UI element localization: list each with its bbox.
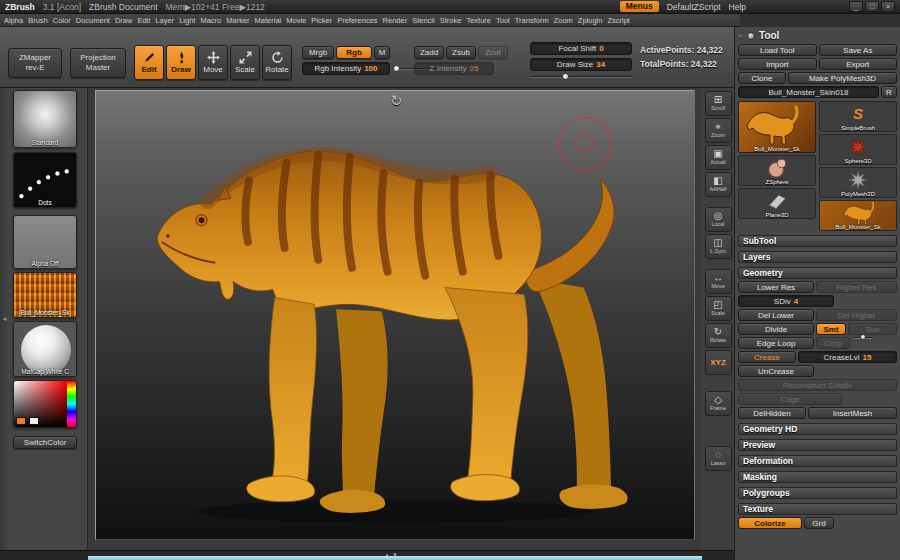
section-polygroups[interactable]: Polygroups	[738, 487, 897, 499]
smt-toggle[interactable]: Smt	[816, 323, 846, 335]
sdiv-slider[interactable]: SDiv4	[738, 295, 834, 307]
section-masking[interactable]: Masking	[738, 471, 897, 483]
menu-movie[interactable]: Movie	[285, 16, 307, 25]
lasso-button[interactable]: ◌ Lasso	[705, 446, 732, 471]
menu-material[interactable]: Material	[254, 16, 283, 25]
local-button[interactable]: ◎ Local	[705, 207, 732, 232]
frame-button[interactable]: ◇ Frame	[705, 391, 732, 416]
clone-button[interactable]: Clone	[738, 72, 786, 84]
focal-shift-slider[interactable]: Focal Shift0	[530, 42, 632, 55]
section-geometry[interactable]: Geometry	[738, 267, 897, 279]
tool-palette-header[interactable]: « Tool	[738, 29, 897, 42]
rgb-button[interactable]: Rgb	[336, 46, 372, 59]
creature-model[interactable]	[138, 141, 653, 537]
lsym-button[interactable]: ◫ L.Sym	[705, 234, 732, 259]
section-texture[interactable]: Texture	[738, 503, 897, 515]
grd-toggle[interactable]: Grd	[804, 517, 834, 529]
edit-mode-button[interactable]: Edit	[134, 45, 164, 80]
scale-mode-button[interactable]: Scale	[230, 45, 260, 80]
uncrease-button[interactable]: UnCrease	[738, 365, 814, 377]
alpha-selector[interactable]: Alpha Off	[13, 215, 77, 269]
rotate-gyro-icon[interactable]: ↻	[390, 92, 403, 110]
move-3d-button[interactable]: ↔ Move	[705, 269, 732, 294]
section-preview[interactable]: Preview	[738, 439, 897, 451]
menu-layer[interactable]: Layer	[154, 16, 175, 25]
bull-monster-tool[interactable]: Bull_Monster_Sk	[819, 200, 897, 231]
section-deformation[interactable]: Deformation	[738, 455, 897, 467]
move-mode-button[interactable]: Move	[198, 45, 228, 80]
color-picker-hue-bar[interactable]	[67, 381, 76, 427]
actual-size-button[interactable]: ▣ Actual	[705, 145, 732, 170]
color-picker[interactable]	[13, 380, 77, 428]
load-tool-button[interactable]: Load Tool	[738, 44, 817, 56]
xyz-constraint-button[interactable]: XYZ	[705, 350, 732, 375]
menu-draw[interactable]: Draw	[114, 16, 134, 25]
menu-stencil[interactable]: Stencil	[411, 16, 436, 25]
plane3d-tool[interactable]: Plane3D	[738, 188, 816, 219]
del-lower-button[interactable]: Del Lower	[738, 309, 814, 321]
stroke-selector[interactable]: Dots	[13, 152, 77, 208]
menu-tool[interactable]: Tool	[495, 16, 511, 25]
crease-button[interactable]: Crease	[738, 351, 796, 363]
draw-size-slider[interactable]: Draw Size34	[530, 58, 632, 71]
menu-transform[interactable]: Transform	[514, 16, 550, 25]
make-polymesh3d-button[interactable]: Make PolyMesh3D	[788, 72, 897, 84]
secondary-color-swatch[interactable]	[29, 417, 39, 425]
brush-selector[interactable]: Standard	[13, 90, 77, 148]
edge-loop-button[interactable]: Edge Loop	[738, 337, 814, 349]
draw-mode-button[interactable]: Draw	[166, 45, 196, 80]
menu-light[interactable]: Light	[178, 16, 196, 25]
rotate-3d-button[interactable]: ↻ Rotate	[705, 323, 732, 348]
crease-lvl-slider[interactable]: CreaseLvl15	[798, 351, 897, 363]
m-button[interactable]: M	[374, 46, 390, 59]
save-as-button[interactable]: Save As	[819, 44, 898, 56]
collapse-chevron-icon[interactable]: «	[738, 31, 743, 41]
scale-3d-button[interactable]: ◰ Scale	[705, 296, 732, 321]
draw-size-handle[interactable]	[562, 73, 569, 80]
close-button[interactable]: ×	[881, 1, 895, 12]
section-subtool[interactable]: SubTool	[738, 235, 897, 247]
colorize-button[interactable]: Colorize	[738, 517, 802, 529]
aahalf-button[interactable]: ◧ AAHalf	[705, 172, 732, 197]
crisp-handle[interactable]	[860, 334, 866, 340]
crisp-toggle[interactable]: Crisp	[816, 337, 850, 349]
zoom-button[interactable]: ⌖ Zoom	[705, 118, 732, 143]
help-button[interactable]: Help	[729, 2, 746, 12]
crisp-track[interactable]	[854, 337, 872, 339]
lower-res-button[interactable]: Lower Res	[738, 281, 814, 293]
menu-stroke[interactable]: Stroke	[439, 16, 463, 25]
menu-marker[interactable]: Marker	[225, 16, 250, 25]
menu-brush[interactable]: Brush	[27, 16, 49, 25]
material-selector[interactable]: MatCap White C	[13, 321, 77, 377]
zsphere-tool[interactable]: ZSphere	[738, 155, 816, 186]
menu-preferences[interactable]: Preferences	[336, 16, 378, 25]
switch-color-button[interactable]: SwitchColor	[13, 436, 77, 449]
menu-zplugin[interactable]: Zplugin	[577, 16, 604, 25]
export-button[interactable]: Export	[819, 58, 898, 70]
menu-macro[interactable]: Macro	[199, 16, 222, 25]
menu-color[interactable]: Color	[52, 16, 72, 25]
maximize-button[interactable]: □	[865, 1, 879, 12]
del-hidden-button[interactable]: DelHidden	[738, 407, 806, 419]
texture-selector[interactable]: Bull_Monster_Sk	[13, 272, 77, 318]
zscript-button[interactable]: DefaultZScript	[667, 2, 721, 12]
menu-edit[interactable]: Edit	[136, 16, 151, 25]
rotate-mode-button[interactable]: Rotate	[262, 45, 292, 80]
zsub-button[interactable]: Zsub	[446, 46, 476, 59]
menu-texture[interactable]: Texture	[465, 16, 492, 25]
simplebrush-tool[interactable]: S SimpleBrush	[819, 101, 897, 132]
import-button[interactable]: Import	[738, 58, 817, 70]
mrgb-button[interactable]: Mrgb	[302, 46, 334, 59]
menu-picker[interactable]: Picker	[310, 16, 333, 25]
polymesh3d-tool[interactable]: PolyMesh3D	[819, 167, 897, 198]
suv-toggle[interactable]: Suv	[848, 323, 897, 335]
current-color-swatch[interactable]	[16, 417, 26, 425]
menu-render[interactable]: Render	[382, 16, 409, 25]
menus-toggle-button[interactable]: Menus	[620, 1, 659, 12]
menu-document[interactable]: Document	[75, 16, 111, 25]
rgb-intensity-handle[interactable]	[393, 65, 400, 72]
restore-config-button[interactable]: R	[881, 86, 897, 98]
zmapper-button[interactable]: ZMapper rev-E	[8, 48, 62, 78]
zadd-button[interactable]: Zadd	[414, 46, 444, 59]
minimize-button[interactable]: _	[849, 1, 863, 12]
